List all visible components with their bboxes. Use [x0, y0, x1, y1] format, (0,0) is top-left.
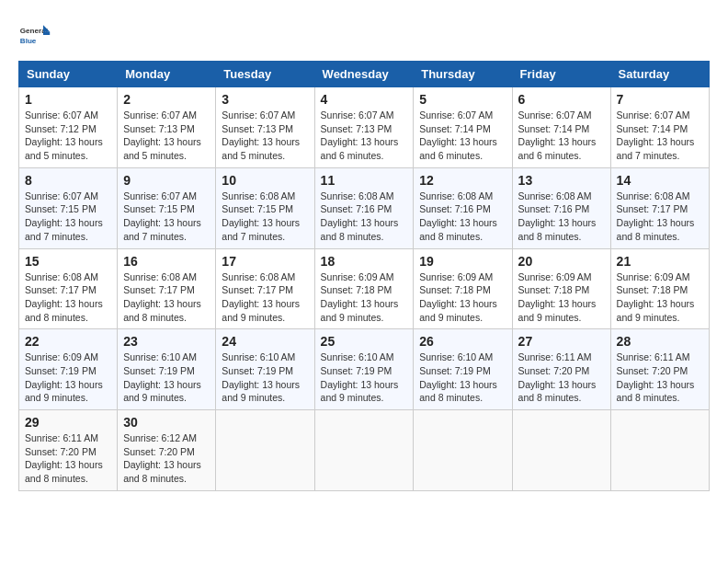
day-number: 27: [518, 334, 605, 349]
day-info: Sunrise: 6:07 AMSunset: 7:13 PMDaylight:…: [321, 109, 408, 163]
day-info: Sunrise: 6:08 AMSunset: 7:15 PMDaylight:…: [222, 190, 308, 244]
day-number: 14: [617, 173, 703, 188]
column-header-thursday: Thursday: [414, 62, 512, 87]
day-info: Sunrise: 6:07 AMSunset: 7:14 PMDaylight:…: [419, 109, 506, 163]
calendar-cell: 22Sunrise: 6:09 AMSunset: 7:19 PMDayligh…: [19, 329, 118, 410]
day-info: Sunrise: 6:09 AMSunset: 7:18 PMDaylight:…: [321, 270, 408, 325]
day-info: Sunrise: 6:11 AMSunset: 7:20 PMDaylight:…: [617, 350, 703, 405]
day-info: Sunrise: 6:10 AMSunset: 7:19 PMDaylight:…: [419, 350, 506, 405]
calendar-cell: [414, 410, 512, 491]
day-number: 18: [321, 254, 408, 269]
calendar-cell: 6Sunrise: 6:07 AMSunset: 7:14 PMDaylight…: [512, 87, 610, 168]
calendar-cell: 13Sunrise: 6:08 AMSunset: 7:16 PMDayligh…: [512, 167, 610, 248]
calendar-cell: [216, 410, 314, 491]
day-number: 10: [222, 173, 308, 188]
day-number: 3: [222, 92, 308, 107]
day-number: 30: [123, 415, 210, 430]
column-header-monday: Monday: [118, 62, 216, 87]
day-info: Sunrise: 6:08 AMSunset: 7:16 PMDaylight:…: [518, 190, 605, 244]
day-number: 24: [222, 334, 308, 349]
calendar-week-row: 1Sunrise: 6:07 AMSunset: 7:12 PMDaylight…: [19, 87, 710, 168]
calendar-week-row: 29Sunrise: 6:11 AMSunset: 7:20 PMDayligh…: [19, 410, 710, 491]
day-number: 7: [617, 92, 703, 107]
calendar-cell: 25Sunrise: 6:10 AMSunset: 7:19 PMDayligh…: [314, 329, 414, 410]
day-number: 5: [419, 92, 506, 107]
day-number: 16: [123, 254, 210, 269]
calendar-cell: 3Sunrise: 6:07 AMSunset: 7:13 PMDaylight…: [216, 87, 314, 168]
day-info: Sunrise: 6:11 AMSunset: 7:20 PMDaylight:…: [518, 350, 605, 405]
calendar-cell: 21Sunrise: 6:09 AMSunset: 7:18 PMDayligh…: [610, 248, 709, 329]
calendar-cell: 26Sunrise: 6:10 AMSunset: 7:19 PMDayligh…: [414, 329, 512, 410]
day-number: 9: [123, 173, 210, 188]
calendar-cell: [610, 410, 709, 491]
day-info: Sunrise: 6:08 AMSunset: 7:17 PMDaylight:…: [222, 270, 308, 325]
day-number: 20: [518, 254, 605, 269]
calendar-cell: 28Sunrise: 6:11 AMSunset: 7:20 PMDayligh…: [610, 329, 709, 410]
calendar-cell: 9Sunrise: 6:07 AMSunset: 7:15 PMDaylight…: [118, 167, 216, 248]
calendar-cell: 2Sunrise: 6:07 AMSunset: 7:13 PMDaylight…: [118, 87, 216, 168]
day-info: Sunrise: 6:07 AMSunset: 7:15 PMDaylight:…: [123, 190, 210, 244]
calendar-cell: 10Sunrise: 6:08 AMSunset: 7:15 PMDayligh…: [216, 167, 314, 248]
day-info: Sunrise: 6:09 AMSunset: 7:19 PMDaylight:…: [25, 350, 111, 405]
day-number: 12: [419, 173, 506, 188]
calendar-cell: 29Sunrise: 6:11 AMSunset: 7:20 PMDayligh…: [19, 410, 118, 491]
calendar-cell: 11Sunrise: 6:08 AMSunset: 7:16 PMDayligh…: [314, 167, 414, 248]
day-info: Sunrise: 6:12 AMSunset: 7:20 PMDaylight:…: [123, 431, 210, 486]
day-info: Sunrise: 6:08 AMSunset: 7:17 PMDaylight:…: [25, 270, 111, 325]
calendar-cell: 15Sunrise: 6:08 AMSunset: 7:17 PMDayligh…: [19, 248, 118, 329]
day-info: Sunrise: 6:07 AMSunset: 7:13 PMDaylight:…: [222, 109, 308, 163]
day-info: Sunrise: 6:08 AMSunset: 7:16 PMDaylight:…: [419, 190, 506, 244]
day-number: 29: [25, 415, 111, 430]
day-number: 1: [25, 92, 111, 107]
day-number: 11: [321, 173, 408, 188]
calendar-week-row: 22Sunrise: 6:09 AMSunset: 7:19 PMDayligh…: [19, 329, 710, 410]
day-info: Sunrise: 6:09 AMSunset: 7:18 PMDaylight:…: [518, 270, 605, 325]
day-number: 25: [321, 334, 408, 349]
day-number: 4: [321, 92, 408, 107]
calendar-cell: 8Sunrise: 6:07 AMSunset: 7:15 PMDaylight…: [19, 167, 118, 248]
day-info: Sunrise: 6:08 AMSunset: 7:17 PMDaylight:…: [123, 270, 210, 325]
calendar-cell: 4Sunrise: 6:07 AMSunset: 7:13 PMDaylight…: [314, 87, 414, 168]
calendar-cell: 30Sunrise: 6:12 AMSunset: 7:20 PMDayligh…: [118, 410, 216, 491]
calendar-cell: [314, 410, 414, 491]
calendar-cell: 7Sunrise: 6:07 AMSunset: 7:14 PMDaylight…: [610, 87, 709, 168]
page-header: General Blue: [18, 18, 710, 52]
calendar-cell: 12Sunrise: 6:08 AMSunset: 7:16 PMDayligh…: [414, 167, 512, 248]
day-info: Sunrise: 6:08 AMSunset: 7:16 PMDaylight:…: [321, 190, 408, 244]
day-info: Sunrise: 6:07 AMSunset: 7:14 PMDaylight:…: [617, 109, 703, 163]
day-number: 6: [518, 92, 605, 107]
calendar-cell: 24Sunrise: 6:10 AMSunset: 7:19 PMDayligh…: [216, 329, 314, 410]
day-info: Sunrise: 6:10 AMSunset: 7:19 PMDaylight:…: [321, 350, 408, 405]
svg-text:Blue: Blue: [20, 37, 37, 45]
day-number: 26: [419, 334, 506, 349]
day-info: Sunrise: 6:07 AMSunset: 7:13 PMDaylight:…: [123, 109, 210, 163]
day-number: 22: [25, 334, 111, 349]
calendar-header-row: SundayMondayTuesdayWednesdayThursdayFrid…: [19, 62, 710, 87]
calendar-cell: 17Sunrise: 6:08 AMSunset: 7:17 PMDayligh…: [216, 248, 314, 329]
calendar-table: SundayMondayTuesdayWednesdayThursdayFrid…: [18, 61, 710, 491]
column-header-tuesday: Tuesday: [216, 62, 314, 87]
day-number: 15: [25, 254, 111, 269]
calendar-cell: 1Sunrise: 6:07 AMSunset: 7:12 PMDaylight…: [19, 87, 118, 168]
day-info: Sunrise: 6:10 AMSunset: 7:19 PMDaylight:…: [222, 350, 308, 405]
day-info: Sunrise: 6:07 AMSunset: 7:15 PMDaylight:…: [25, 190, 111, 244]
day-info: Sunrise: 6:07 AMSunset: 7:14 PMDaylight:…: [518, 109, 605, 163]
day-number: 13: [518, 173, 605, 188]
day-number: 2: [123, 92, 210, 107]
day-number: 21: [617, 254, 703, 269]
calendar-cell: 14Sunrise: 6:08 AMSunset: 7:17 PMDayligh…: [610, 167, 709, 248]
calendar-cell: 23Sunrise: 6:10 AMSunset: 7:19 PMDayligh…: [118, 329, 216, 410]
column-header-sunday: Sunday: [19, 62, 118, 87]
day-number: 23: [123, 334, 210, 349]
calendar-cell: 5Sunrise: 6:07 AMSunset: 7:14 PMDaylight…: [414, 87, 512, 168]
logo-icon: General Blue: [18, 18, 51, 52]
calendar-cell: 16Sunrise: 6:08 AMSunset: 7:17 PMDayligh…: [118, 248, 216, 329]
calendar-cell: 18Sunrise: 6:09 AMSunset: 7:18 PMDayligh…: [314, 248, 414, 329]
column-header-wednesday: Wednesday: [314, 62, 414, 87]
day-info: Sunrise: 6:08 AMSunset: 7:17 PMDaylight:…: [617, 190, 703, 244]
calendar-cell: [512, 410, 610, 491]
calendar-cell: 19Sunrise: 6:09 AMSunset: 7:18 PMDayligh…: [414, 248, 512, 329]
day-number: 17: [222, 254, 308, 269]
calendar-cell: 20Sunrise: 6:09 AMSunset: 7:18 PMDayligh…: [512, 248, 610, 329]
day-info: Sunrise: 6:07 AMSunset: 7:12 PMDaylight:…: [25, 109, 111, 163]
